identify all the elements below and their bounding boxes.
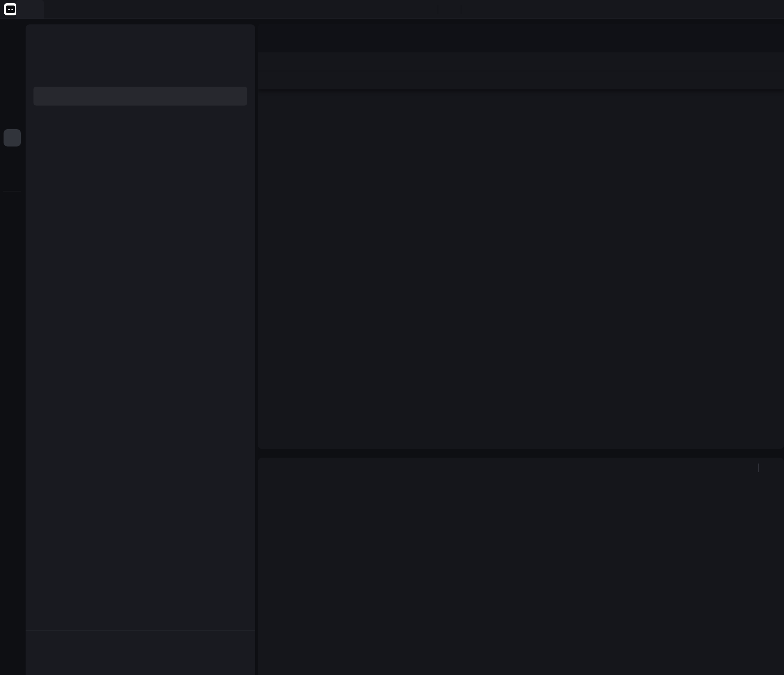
menu-bar bbox=[0, 0, 784, 19]
test-flask-icon[interactable] bbox=[4, 245, 21, 263]
divider bbox=[26, 630, 255, 630]
run-section-header[interactable] bbox=[29, 57, 32, 71]
run-debug-sidebar bbox=[26, 24, 255, 675]
run-debug-icon[interactable] bbox=[4, 129, 21, 146]
extensions-icon[interactable] bbox=[4, 207, 21, 224]
search-sidebar-icon[interactable] bbox=[4, 56, 21, 73]
divider bbox=[438, 5, 438, 14]
divider bbox=[3, 191, 21, 191]
panel-actions bbox=[699, 458, 775, 478]
sticky-scroll-line[interactable] bbox=[258, 72, 784, 89]
editor-group bbox=[258, 24, 784, 449]
source-control-icon[interactable] bbox=[4, 79, 21, 96]
run-and-debug-button[interactable] bbox=[33, 87, 247, 106]
divider bbox=[758, 464, 759, 472]
bottom-panel bbox=[258, 458, 784, 675]
menu-bar-right bbox=[438, 0, 476, 19]
activity-bar bbox=[0, 19, 24, 675]
breakpoints-section-header[interactable] bbox=[29, 633, 32, 647]
more-actions-icon[interactable] bbox=[237, 30, 252, 43]
app-logo-icon bbox=[4, 3, 17, 15]
remote-explorer-icon[interactable] bbox=[4, 155, 21, 172]
editor-actions bbox=[756, 24, 775, 52]
app-label bbox=[16, 0, 44, 19]
editor-tabs bbox=[258, 24, 784, 52]
divider bbox=[461, 5, 461, 14]
ai-eye-icon[interactable] bbox=[4, 104, 21, 122]
breadcrumb bbox=[258, 52, 784, 72]
explorer-icon[interactable] bbox=[4, 30, 21, 47]
